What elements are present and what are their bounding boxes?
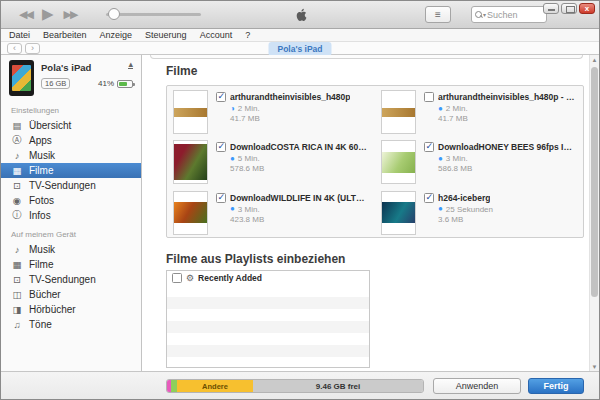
- vertical-scrollbar[interactable]: ▲ ▼: [589, 55, 599, 372]
- audiobooks-icon: ◨: [11, 304, 23, 315]
- playlist-empty-row: [167, 297, 369, 309]
- footer-bar: Andere 9.46 GB frei Anwenden Fertig: [1, 371, 599, 399]
- music-icon: ♪: [11, 244, 23, 255]
- movie-size: 41.7 MB: [230, 114, 350, 123]
- playlist-empty-row: [167, 285, 369, 297]
- smart-playlist-gear-icon: ⚙: [186, 273, 194, 283]
- movie-thumbnail: [381, 140, 416, 184]
- device-tab[interactable]: Pola's iPad: [268, 42, 331, 56]
- scroll-down-icon[interactable]: ▼: [590, 364, 599, 370]
- forward-button[interactable]: ›: [25, 43, 40, 54]
- fast-forward-icon[interactable]: ▶▶: [63, 8, 76, 21]
- sidebar-item-uebersicht[interactable]: ▤ Übersicht: [1, 118, 141, 133]
- tones-icon: ♫: [11, 319, 23, 330]
- movie-checkbox[interactable]: [424, 92, 434, 102]
- ipad-image: [9, 60, 34, 96]
- done-button[interactable]: Fertig: [528, 378, 584, 394]
- playlist-empty-row: [167, 309, 369, 321]
- playlist-empty-row: [167, 333, 369, 345]
- search-box[interactable]: ▾: [471, 6, 547, 23]
- play-icon[interactable]: ▶: [42, 5, 54, 23]
- movie-size: 423.8 MB: [230, 215, 369, 224]
- playlist-empty-row: [167, 345, 369, 357]
- sidebar-item-tv-sendungen[interactable]: ⊡ TV-Sendungen: [1, 178, 141, 193]
- itunes-window: ◀◀ ▶ ▶▶ ≡ ▾ x Datei Bearbeiten Anzeige: [0, 0, 600, 400]
- sidebar-item-geraet-tv[interactable]: ⊡ TV-Sendungen: [1, 272, 141, 287]
- movie-duration: 2 Min.: [238, 104, 260, 113]
- sidebar-item-filme[interactable]: ▦ Filme: [1, 163, 141, 178]
- maximize-button[interactable]: [561, 3, 577, 14]
- movies-section-title: Filme: [166, 64, 197, 78]
- volume-slider[interactable]: [106, 13, 201, 16]
- sidebar-item-infos[interactable]: ⓘ Infos: [1, 208, 141, 223]
- movie-title: DownloadCOSTA RICA IN 4K 60hz (ULTRA H..…: [230, 142, 369, 152]
- scroll-up-icon[interactable]: ▲: [590, 57, 599, 63]
- movie-checkbox[interactable]: [216, 92, 226, 102]
- movie-checkbox[interactable]: [216, 142, 226, 152]
- movie-thumbnail: [173, 191, 208, 235]
- scrolled-panel-edge: [150, 55, 583, 59]
- search-caret-icon: ▾: [483, 11, 486, 18]
- sidebar-item-geraet-filme[interactable]: ▦ Filme: [1, 257, 141, 272]
- tv-icon: ⊡: [11, 180, 23, 191]
- movie-item[interactable]: DownloadHONEY BEES 96fps IN 4K (ULTRA...…: [375, 136, 583, 186]
- rewind-icon[interactable]: ◀◀: [19, 8, 32, 21]
- playlist-checkbox[interactable]: [172, 273, 182, 283]
- overview-icon: ▤: [11, 120, 23, 131]
- menu-help[interactable]: ?: [245, 30, 250, 40]
- device-name: Pola's iPad: [41, 62, 91, 73]
- sidebar-item-buecher[interactable]: ◫ Bücher: [1, 287, 141, 302]
- info-icon: ⓘ: [11, 209, 23, 222]
- media-view-button[interactable]: ≡: [425, 6, 451, 23]
- movie-size: 578.6 MB: [230, 164, 369, 173]
- sidebar-item-musik[interactable]: ♪ Musik: [1, 148, 141, 163]
- device-capacity-badge: 16 GB: [41, 78, 70, 89]
- playback-controls: ◀◀ ▶ ▶▶: [19, 5, 76, 23]
- movie-checkbox[interactable]: [216, 193, 226, 203]
- movie-duration: 2 Min.: [446, 104, 468, 113]
- movie-checkbox[interactable]: [424, 142, 434, 152]
- movie-item[interactable]: h264-iceberg ● 25 Sekunden 3.6 MB: [375, 187, 583, 237]
- movie-size: 586.8 MB: [438, 164, 577, 173]
- music-icon: ♪: [11, 150, 23, 161]
- sidebar-item-geraet-musik[interactable]: ♪ Musik: [1, 242, 141, 257]
- sync-status-icon: ◑: [230, 105, 235, 113]
- movie-item[interactable]: arthurandtheinvisibles_h480p ◑ 2 Min. 41…: [167, 86, 375, 136]
- tv-icon: ⊡: [11, 274, 23, 285]
- movie-thumbnail: [381, 191, 416, 235]
- movie-thumbnail: [173, 90, 208, 134]
- movie-item[interactable]: arthurandtheinvisibles_h480p - Copy ● 2 …: [375, 86, 583, 136]
- sync-status-icon: ●: [438, 205, 443, 213]
- search-input[interactable]: [487, 10, 537, 20]
- movie-duration: 3 Min.: [446, 154, 468, 163]
- volume-knob[interactable]: [108, 8, 120, 20]
- minimize-button[interactable]: [543, 3, 559, 14]
- other-label: Andere: [202, 382, 228, 391]
- sidebar-item-toene[interactable]: ♫ Töne: [1, 317, 141, 332]
- movie-duration: 5 Min.: [238, 154, 260, 163]
- movie-checkbox[interactable]: [424, 193, 434, 203]
- movies-panel: arthurandtheinvisibles_h480p ◑ 2 Min. 41…: [166, 85, 584, 238]
- playlist-empty-row: [167, 321, 369, 333]
- back-button[interactable]: ‹: [7, 43, 22, 54]
- sidebar-section-auf-meinem-geraet: Auf meinem Gerät: [1, 223, 141, 242]
- close-button[interactable]: x: [579, 3, 595, 14]
- sync-status-icon: ●: [230, 205, 235, 213]
- menu-steuerung[interactable]: Steuerung: [145, 30, 187, 40]
- eject-icon[interactable]: ▴: [128, 60, 133, 69]
- sidebar-item-apps[interactable]: Ⓐ Apps: [1, 133, 141, 148]
- movie-item[interactable]: DownloadWILDLIFE IN 4K (ULTRA HD) 1 ● 3 …: [167, 187, 375, 237]
- menu-account[interactable]: Account: [200, 30, 233, 40]
- battery-percent: 41%: [98, 79, 114, 88]
- playlist-item[interactable]: ⚙ Recently Added: [167, 271, 369, 285]
- apply-button[interactable]: Anwenden: [433, 378, 521, 394]
- scrollbar-thumb[interactable]: [591, 67, 598, 297]
- menu-datei[interactable]: Datei: [9, 30, 30, 40]
- sidebar-item-hoerbuecher[interactable]: ◨ Hörbücher: [1, 302, 141, 317]
- menu-bearbeiten[interactable]: Bearbeiten: [43, 30, 87, 40]
- movies-icon: ▦: [11, 259, 23, 270]
- movie-thumbnail: [381, 90, 416, 134]
- menu-anzeige[interactable]: Anzeige: [100, 30, 133, 40]
- sidebar-item-fotos[interactable]: ◉ Fotos: [1, 193, 141, 208]
- movie-item[interactable]: DownloadCOSTA RICA IN 4K 60hz (ULTRA H..…: [167, 136, 375, 186]
